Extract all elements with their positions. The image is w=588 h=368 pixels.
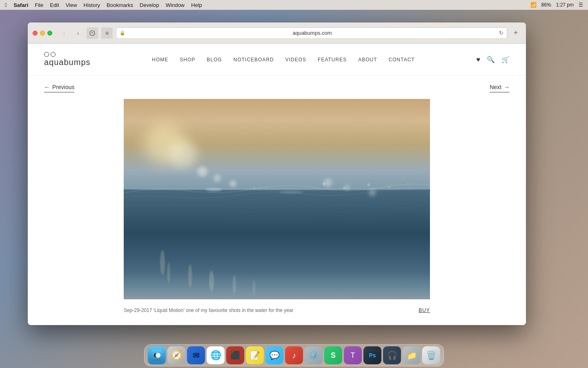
browser-content: aquabumps HOME SHOP BLOG NOTICEBOARD VID… xyxy=(28,44,526,325)
search-icon[interactable]: 🔍 xyxy=(487,56,495,63)
svg-point-3 xyxy=(368,184,370,186)
address-bar[interactable] xyxy=(128,30,497,36)
next-button[interactable]: Next → xyxy=(490,84,510,92)
help-menu[interactable]: Help xyxy=(191,2,202,8)
menubar-right: 📶 86% 1:27 pm ☰ xyxy=(530,2,583,8)
photo-nav: ← Previous Next → xyxy=(44,84,510,92)
battery-level: 86% xyxy=(541,2,551,8)
add-tab-button[interactable]: + xyxy=(510,28,521,38)
wifi-icon: 📶 xyxy=(530,2,537,8)
dock-icon-safari[interactable]: 🧭 xyxy=(167,346,185,364)
dock-icon-airmail[interactable]: ✉ xyxy=(187,346,205,364)
sidebar-button[interactable]: ≡ xyxy=(101,27,113,39)
photo-caption: Sep-29-2017 'Liquid Motion' one of my fa… xyxy=(124,304,430,313)
dock-icon-logic[interactable]: 🎧 xyxy=(383,346,401,364)
svg-point-1 xyxy=(322,182,325,186)
lock-icon: 🔒 xyxy=(120,30,125,36)
svg-point-8 xyxy=(266,186,267,188)
develop-menu[interactable]: Develop xyxy=(140,2,159,8)
logo-circle-2 xyxy=(51,52,56,57)
menu-extras-icon: ☰ xyxy=(579,2,583,8)
svg-point-2 xyxy=(343,187,345,189)
reload-button[interactable]: ↻ xyxy=(499,30,503,36)
next-underline xyxy=(490,92,510,92)
dock-icon-sublime[interactable]: S xyxy=(324,346,342,364)
browser-chrome: ‹ › ≡ 🔒 ↻ + xyxy=(28,22,526,44)
edit-menu[interactable]: Edit xyxy=(50,2,59,8)
main-content: ← Previous Next → xyxy=(28,76,526,325)
nav-icons: ♥ 🔍 🛒 xyxy=(476,56,510,63)
forward-button[interactable]: › xyxy=(73,28,83,38)
nav-contact[interactable]: CONTACT xyxy=(389,57,415,63)
prev-arrow-icon: ← xyxy=(44,84,50,90)
next-label: Next xyxy=(490,84,501,90)
nav-home[interactable]: HOME xyxy=(152,57,168,63)
dock-icon-xcode[interactable]: ⬛ xyxy=(226,346,244,364)
photo-container: Sep-29-2017 'Liquid Motion' one of my fa… xyxy=(124,99,430,313)
cart-icon[interactable]: 🛒 xyxy=(501,56,510,63)
dock-icon-sysprefs[interactable]: ⚙️ xyxy=(305,346,323,364)
dock: 🧭 ✉ 🌐 ⬛ 📝 💬 ♪ ⚙️ S T Ps 🎧 📁 🗑️ xyxy=(144,344,444,366)
caption-text: Sep-29-2017 'Liquid Motion' one of my fa… xyxy=(124,307,293,313)
nav-features[interactable]: FEATURES xyxy=(318,57,347,63)
history-menu[interactable]: History xyxy=(84,2,100,8)
nav-noticeboard[interactable]: NOTICEBOARD xyxy=(234,57,274,63)
svg-point-7 xyxy=(260,186,261,187)
site-nav: HOME SHOP BLOG NOTICEBOARD VIDEOS FEATUR… xyxy=(152,57,414,63)
logo-text[interactable]: aquabumps xyxy=(44,58,91,67)
app-name-menu[interactable]: Safari xyxy=(13,2,28,8)
menubar-left:  Safari File Edit View History Bookmark… xyxy=(5,2,202,8)
address-bar-container: 🔒 ↻ xyxy=(116,27,507,39)
ocean-photo xyxy=(124,99,430,299)
close-button[interactable] xyxy=(33,31,38,36)
wave-svg xyxy=(124,99,430,299)
dock-icon-finder[interactable] xyxy=(148,346,166,364)
buy-link[interactable]: BUY xyxy=(419,307,430,313)
fullscreen-button[interactable] xyxy=(47,31,52,36)
nav-videos[interactable]: VIDEOS xyxy=(285,57,306,63)
dock-icon-chrome[interactable]: 🌐 xyxy=(207,346,225,364)
minimize-button[interactable] xyxy=(40,31,45,36)
browser-window: ‹ › ≡ 🔒 ↻ + aquabumps xyxy=(28,22,526,325)
menubar:  Safari File Edit View History Bookmark… xyxy=(0,0,588,10)
svg-point-4 xyxy=(388,186,390,188)
nav-blog[interactable]: BLOG xyxy=(207,57,222,63)
clock: 1:27 pm xyxy=(556,2,574,8)
apple-menu[interactable]:  xyxy=(5,2,7,8)
wishlist-icon[interactable]: ♥ xyxy=(476,56,480,63)
window-menu[interactable]: Window xyxy=(166,2,185,8)
view-menu[interactable]: View xyxy=(66,2,77,8)
dock-icon-photoshop[interactable]: Ps xyxy=(363,346,381,364)
previous-button[interactable]: ← Previous xyxy=(44,84,74,92)
reader-button[interactable] xyxy=(87,27,98,39)
prev-label: Previous xyxy=(52,84,74,90)
dock-icon-finder2[interactable]: 📁 xyxy=(403,346,421,364)
dock-icon-itunes[interactable]: ♪ xyxy=(285,346,303,364)
prev-btn-text: ← Previous xyxy=(44,84,74,90)
prev-underline xyxy=(44,92,74,92)
next-arrow-icon: → xyxy=(504,84,510,90)
next-btn-text: Next → xyxy=(490,84,510,90)
logo-circle-1 xyxy=(44,52,49,57)
bookmarks-menu[interactable]: Bookmarks xyxy=(107,2,133,8)
logo-area: aquabumps xyxy=(44,52,91,67)
svg-point-0 xyxy=(90,31,95,36)
nav-about[interactable]: ABOUT xyxy=(358,57,377,63)
file-menu[interactable]: File xyxy=(35,2,43,8)
svg-point-5 xyxy=(407,183,408,185)
dock-icon-trash[interactable]: 🗑️ xyxy=(422,346,440,364)
dock-icon-notes[interactable]: 📝 xyxy=(246,346,264,364)
traffic-lights xyxy=(33,31,52,36)
nav-shop[interactable]: SHOP xyxy=(180,57,195,63)
dock-icon-tower[interactable]: T xyxy=(344,346,362,364)
back-button[interactable]: ‹ xyxy=(59,28,69,38)
site-header: aquabumps HOME SHOP BLOG NOTICEBOARD VID… xyxy=(28,44,526,76)
svg-point-6 xyxy=(254,187,255,189)
logo-circles xyxy=(44,52,91,57)
dock-icon-messages[interactable]: 💬 xyxy=(265,346,283,364)
